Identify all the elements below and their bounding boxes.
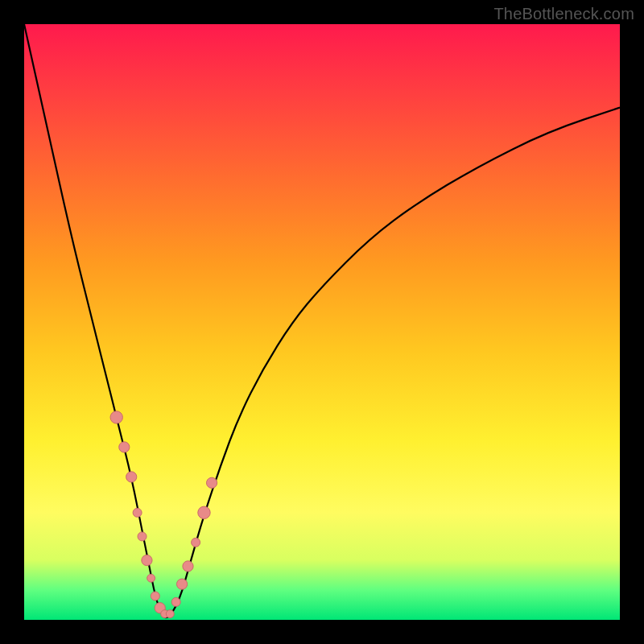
marker-dot [133, 508, 142, 517]
watermark-text: TheBottleneck.com [493, 5, 634, 23]
marker-dot [119, 442, 130, 452]
chart-svg [24, 24, 620, 620]
marker-dot [192, 538, 200, 547]
marker-dot [198, 506, 210, 518]
marker-dot [147, 574, 155, 582]
highlight-markers [110, 411, 217, 618]
marker-dot [138, 532, 147, 541]
marker-dot [126, 472, 137, 482]
marker-dot [183, 561, 193, 572]
marker-dot [142, 555, 152, 565]
marker-dot [166, 610, 174, 618]
marker-dot [177, 579, 188, 589]
marker-dot [207, 477, 217, 488]
marker-dot [151, 592, 159, 601]
marker-dot [171, 597, 180, 606]
marker-dot [110, 411, 122, 423]
bottleneck-curve [24, 24, 620, 617]
